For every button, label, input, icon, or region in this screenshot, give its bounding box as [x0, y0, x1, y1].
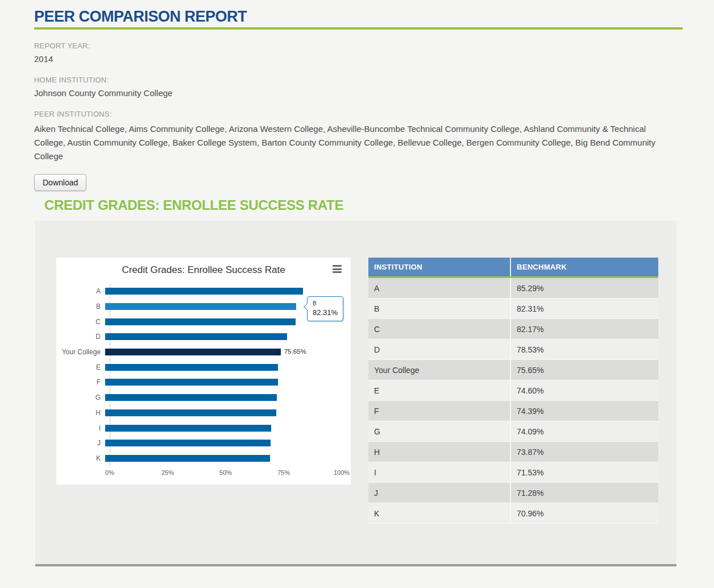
- benchmark-table: INSTITUTION BENCHMARK A85.29%B82.31%C82.…: [368, 258, 658, 524]
- bar-k[interactable]: [105, 455, 270, 462]
- table-row: J71.28%: [368, 483, 658, 503]
- bar-row: I: [56, 420, 351, 436]
- category-label: H: [56, 409, 105, 417]
- category-label: A: [56, 287, 105, 295]
- bar-row: D: [56, 329, 351, 345]
- report-year-label: REPORT YEAR:: [34, 42, 683, 50]
- bar-row: F: [56, 375, 351, 390]
- tooltip-value: 82.31%: [313, 308, 338, 317]
- category-label: C: [56, 318, 105, 326]
- report-section-panel: Credit Grades: Enrollee Success Rate ABC…: [35, 221, 676, 566]
- bar-your-college[interactable]: [105, 349, 281, 355]
- column-header-benchmark: BENCHMARK: [511, 258, 658, 276]
- bar-track: [105, 440, 337, 446]
- bar-track: [105, 379, 337, 386]
- bar-b[interactable]: [105, 303, 296, 310]
- table-row: B82.31%: [368, 299, 658, 319]
- table-body: A85.29%B82.31%C82.17%D78.53%Your College…: [368, 278, 658, 524]
- institution-cell: J: [368, 483, 510, 503]
- bar-row: A: [56, 284, 351, 299]
- bar-c[interactable]: [105, 318, 296, 325]
- institution-cell: I: [368, 462, 510, 482]
- bar-a[interactable]: [105, 288, 303, 295]
- home-institution-value: Johnson County Community College: [34, 88, 683, 98]
- bar-data-label: 75.65%: [284, 348, 306, 355]
- bar-track: [105, 364, 337, 371]
- bar-i[interactable]: [105, 425, 271, 432]
- bar-d[interactable]: [105, 333, 287, 340]
- download-button[interactable]: Download: [34, 174, 86, 191]
- category-label: F: [56, 378, 105, 386]
- category-label: J: [56, 439, 105, 447]
- institution-cell: B: [368, 299, 510, 318]
- category-label: I: [56, 424, 105, 432]
- institution-cell: F: [368, 401, 510, 421]
- bar-g[interactable]: [105, 394, 277, 401]
- category-label: B: [56, 303, 105, 310]
- benchmark-cell: 75.65%: [511, 360, 658, 380]
- bar-track: [105, 318, 337, 325]
- institution-cell: D: [368, 339, 510, 359]
- table-row: I71.53%: [368, 462, 658, 483]
- benchmark-cell: 73.87%: [511, 442, 658, 462]
- benchmark-cell: 70.96%: [511, 503, 658, 523]
- home-institution-label: HOME INSTITUTION:: [34, 76, 683, 84]
- institution-cell: Your College: [368, 360, 510, 380]
- bar-row: G: [56, 390, 351, 405]
- category-label: E: [56, 363, 105, 371]
- benchmark-cell: 85.29%: [511, 278, 658, 298]
- report-header: PEER COMPARISON REPORT REPORT YEAR: 2014…: [34, 0, 683, 191]
- bar-f[interactable]: [105, 379, 278, 386]
- chart-tooltip: B 82.31%: [307, 296, 343, 321]
- bar-row: Your College75.65%: [56, 345, 351, 360]
- bar-track: [105, 288, 337, 295]
- institution-cell: G: [368, 421, 510, 441]
- bar-chart: Credit Grades: Enrollee Success Rate ABC…: [56, 258, 351, 485]
- peer-institutions-list: Aiken Technical College, Aims Community …: [34, 122, 672, 163]
- category-label: G: [56, 394, 105, 401]
- bar-track: [105, 425, 337, 432]
- bar-e[interactable]: [105, 364, 278, 371]
- section-heading: CREDIT GRADES: ENROLLEE SUCCESS RATE: [44, 197, 343, 213]
- bar-j[interactable]: [105, 440, 271, 446]
- tooltip-category: B: [313, 300, 338, 307]
- table-row: A85.29%: [368, 278, 658, 299]
- bar-h[interactable]: [105, 409, 276, 416]
- category-label: D: [56, 333, 105, 341]
- bar-track: [105, 394, 337, 401]
- table-row: G74.09%: [368, 421, 658, 442]
- bar-track: [105, 333, 337, 340]
- table-row: F74.39%: [368, 401, 658, 421]
- bar-row: K: [56, 451, 351, 466]
- bar-row: J: [56, 436, 351, 451]
- benchmark-cell: 74.39%: [511, 401, 658, 421]
- bar-track: [105, 303, 337, 310]
- x-axis-tick-label: 75%: [277, 469, 290, 476]
- institution-cell: E: [368, 380, 510, 400]
- bar-track: [105, 409, 337, 416]
- institution-cell: H: [368, 442, 510, 462]
- benchmark-cell: 78.53%: [511, 339, 658, 359]
- institution-cell: C: [368, 319, 510, 339]
- table-row: E74.60%: [368, 380, 658, 401]
- table-header-row: INSTITUTION BENCHMARK: [368, 258, 658, 276]
- x-axis-tick-label: 25%: [161, 469, 174, 476]
- x-axis-tick-label: 100%: [334, 469, 350, 476]
- table-row: Your College75.65%: [368, 360, 658, 380]
- hamburger-icon[interactable]: [333, 265, 342, 273]
- green-divider: [34, 27, 683, 30]
- x-axis-tick-label: 0%: [105, 469, 114, 476]
- institution-cell: K: [368, 503, 510, 523]
- category-label: Your College: [56, 348, 105, 356]
- benchmark-cell: 74.60%: [511, 380, 658, 400]
- bar-row: E: [56, 359, 351, 375]
- benchmark-cell: 82.17%: [511, 319, 658, 339]
- report-year-value: 2014: [34, 54, 683, 64]
- bar-row: H: [56, 405, 351, 421]
- bar-track: 75.65%: [105, 349, 337, 355]
- benchmark-cell: 82.31%: [511, 299, 658, 318]
- table-row: K70.96%: [368, 503, 658, 524]
- x-axis-tick-label: 50%: [219, 469, 232, 476]
- table-row: C82.17%: [368, 319, 658, 339]
- chart-x-axis: 0%25%50%75%100%: [110, 469, 342, 478]
